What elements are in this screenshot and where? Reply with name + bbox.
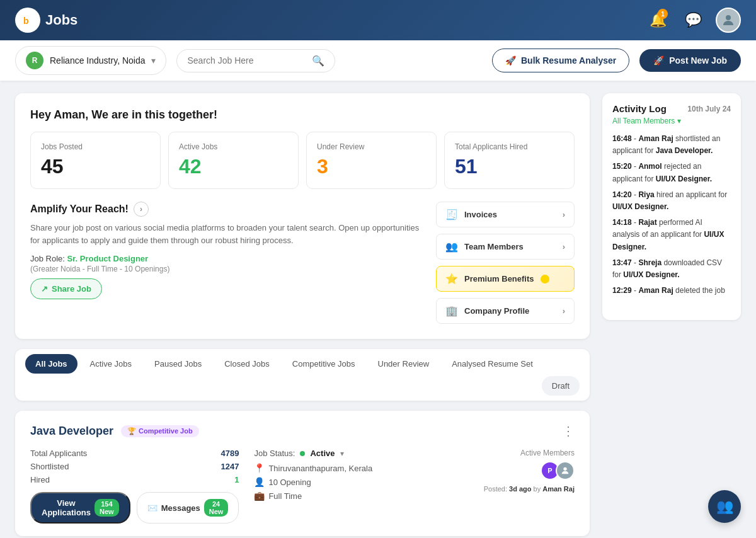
shortlisted-label: Shortlisted [30, 462, 69, 471]
stat-label-active-jobs: Active Jobs [179, 142, 288, 151]
main-layout: Hey Aman, We are in this together! Jobs … [0, 81, 756, 538]
team-members-button[interactable]: 👥 Team Members › [436, 234, 575, 260]
company-name: Reliance Industry, Noida [50, 55, 145, 66]
view-label: View Applications [42, 498, 91, 517]
stat-jobs-posted: Jobs Posted 45 [30, 132, 161, 189]
competitive-badge: 🏆 Competitive Job [121, 425, 199, 437]
competitive-label: Competitive Job [139, 427, 193, 435]
job-location-text: Thiruvananthapuram, Kerala [268, 464, 372, 473]
activity-log-entries: 16:48 - Aman Raj shortlisted an applican… [612, 133, 731, 297]
tab-paused-jobs[interactable]: Paused Jobs [144, 354, 212, 374]
tab-draft[interactable]: Draft [542, 376, 580, 396]
invoices-button[interactable]: 🧾 Invoices › [436, 202, 575, 227]
stat-under-review: Under Review 3 [306, 132, 437, 189]
status-chevron-icon[interactable]: ▾ [340, 449, 344, 458]
view-new-badge: 154 New [94, 499, 119, 517]
hired-label: Hired [30, 475, 50, 484]
company-logo: R [26, 52, 43, 69]
status-text: Active [310, 449, 335, 458]
activity-entry-4: 14:18 - Rajat performed AI analysis of a… [612, 217, 731, 253]
type-row: 💼 Full Time [254, 491, 459, 501]
bulk-label: Bulk Resume Analyser [521, 55, 616, 66]
job-role-name: Sr. Product Designer [67, 254, 149, 263]
logo-icon: b [15, 8, 40, 33]
user-avatar[interactable] [716, 8, 741, 33]
job-more-options[interactable]: ⋮ [562, 423, 575, 438]
location-row: 📍 Thiruvananthapuram, Kerala [254, 463, 459, 473]
activity-entry-1: 16:48 - Aman Raj shortlisted an applican… [612, 133, 731, 157]
status-dot [300, 451, 305, 456]
fab-button[interactable]: 👥 [708, 490, 741, 523]
logo-area: b Jobs [15, 8, 77, 33]
team-label: Team Members [464, 242, 524, 251]
status-label: Job Status: [254, 449, 295, 458]
activity-entry-2: 15:20 - Anmol rejected an applicant for … [612, 161, 731, 185]
company-icon: 🏢 [445, 305, 458, 317]
hired-row: Hired 1 [30, 475, 239, 484]
activity-entry-5: 13:47 - Shreja downloaded CSV for UI/UX … [612, 257, 731, 281]
amplify-title-text: Amplify Your Reach! [30, 203, 129, 215]
company-selector[interactable]: R Reliance Industry, Noida ▾ [15, 46, 166, 75]
posted-by: Posted: 3d ago by Aman Raj [484, 485, 575, 493]
tab-closed-jobs[interactable]: Closed Jobs [214, 354, 280, 374]
amplify-section: Amplify Your Reach! › Share your job pos… [30, 202, 575, 324]
job-card-body: Total Applicants 4789 Shortlisted 1247 H… [30, 449, 575, 524]
premium-badge [541, 275, 549, 283]
share-job-button[interactable]: ↗ Share Job [30, 278, 102, 299]
hired-value: 1 [234, 475, 239, 484]
stats-row: Jobs Posted 45 Active Jobs 42 Under Revi… [30, 132, 575, 189]
amplify-arrow-button[interactable]: › [134, 202, 149, 217]
stat-total-hired: Total Applicants Hired 51 [444, 132, 575, 189]
job-location: (Greater Noida - Full Time - 10 Openings… [30, 265, 423, 273]
job-role-label: Job Role: Sr. Product Designer [30, 254, 423, 263]
total-applicants-row: Total Applicants 4789 [30, 449, 239, 458]
job-status-row: Job Status: Active ▾ [254, 449, 459, 458]
search-bar[interactable]: 🔍 [176, 49, 335, 72]
logo-text: Jobs [45, 12, 77, 28]
tab-analysed-resume-set[interactable]: Analysed Resume Set [442, 354, 543, 374]
view-applications-button[interactable]: View Applications 154 New [30, 492, 130, 524]
team-filter[interactable]: All Team Members ▾ [612, 117, 731, 125]
stat-value-active-jobs: 42 [179, 155, 288, 178]
amplify-title: Amplify Your Reach! › [30, 202, 423, 217]
premium-icon: ⭐ [445, 273, 458, 285]
messages-button[interactable]: ✉️ Messages 24 New [137, 492, 239, 524]
job-role-prefix: Job Role: [30, 254, 67, 263]
amplify-left: Amplify Your Reach! › Share your job pos… [30, 202, 423, 299]
toolbar: R Reliance Industry, Noida ▾ 🔍 🚀 Bulk Re… [0, 40, 756, 81]
tab-under-review[interactable]: Under Review [368, 354, 440, 374]
tab-competitive-jobs[interactable]: Competitive Jobs [282, 354, 365, 374]
job-actions: View Applications 154 New ✉️ Messages 24… [30, 492, 239, 524]
amplify-description: Share your job post on various social me… [30, 222, 423, 246]
bulk-resume-analyser-button[interactable]: 🚀 Bulk Resume Analyser [492, 49, 629, 72]
fab-icon: 👥 [716, 498, 733, 515]
stat-active-jobs: Active Jobs 42 [168, 132, 299, 189]
notification-bell[interactable]: 🔔 1 [645, 8, 670, 33]
header: b Jobs 🔔 1 💬 [0, 0, 756, 40]
svg-text:b: b [23, 16, 29, 26]
search-input[interactable] [187, 55, 306, 66]
post-new-job-button[interactable]: 🚀 Post New Job [639, 49, 741, 72]
rocket-icon: 🚀 [653, 55, 664, 66]
job-right: Active Members P Posted: 3d ago by Aman … [474, 449, 575, 493]
activity-log-panel: Activity Log 10th July 24 All Team Membe… [602, 93, 741, 320]
stat-value-under-review: 3 [317, 155, 426, 178]
invoices-icon: 🧾 [445, 209, 458, 220]
job-card-java-developer: Java Developer 🏆 Competitive Job ⋮ Total… [15, 411, 590, 536]
type-icon: 💼 [254, 491, 265, 501]
activity-log-date: 10th July 24 [687, 105, 731, 113]
trophy-icon: 🏆 [127, 427, 136, 435]
team-filter-label: All Team Members [612, 117, 675, 125]
post-job-label: Post New Job [669, 55, 727, 66]
header-icons: 🔔 1 💬 [645, 8, 741, 33]
welcome-card: Hey Aman, We are in this together! Jobs … [15, 93, 590, 339]
tab-active-jobs[interactable]: Active Jobs [80, 354, 142, 374]
company-profile-button[interactable]: 🏢 Company Profile › [436, 298, 575, 324]
team-arrow-icon: › [563, 242, 565, 251]
premium-benefits-button[interactable]: ⭐ Premium Benefits [436, 266, 575, 292]
job-details: Job Status: Active ▾ 📍 Thiruvananthapura… [254, 449, 459, 505]
tab-all-jobs[interactable]: All Jobs [25, 354, 77, 374]
chat-button[interactable]: 💬 [680, 8, 706, 33]
openings-icon: 👤 [254, 477, 265, 487]
company-arrow-icon: › [563, 306, 565, 316]
